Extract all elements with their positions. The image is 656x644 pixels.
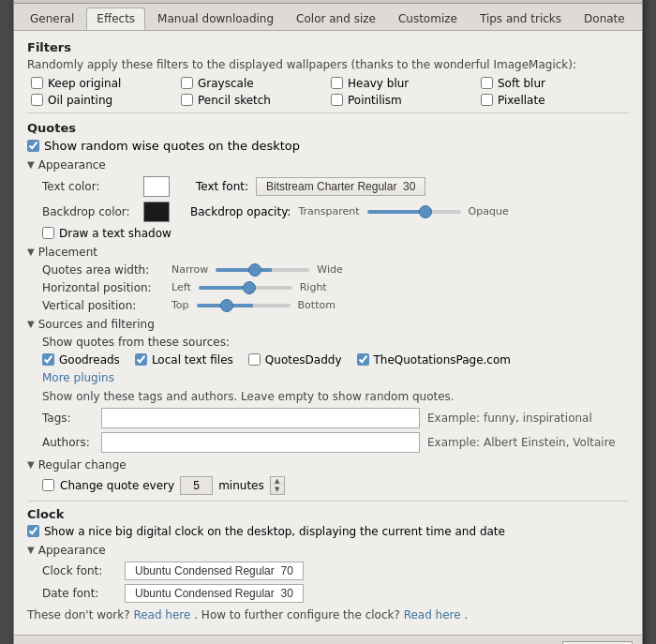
content-area: Filters Randomly apply these filters to … bbox=[14, 31, 642, 635]
show-quotes-label: Show random wise quotes on the desktop bbox=[44, 139, 300, 153]
source-quotations-label: TheQuotationsPage.com bbox=[374, 353, 512, 367]
tab-manual-downloading[interactable]: Manual downloading bbox=[147, 7, 284, 30]
filter-heavy-blur-label: Heavy blur bbox=[348, 77, 409, 90]
filter-pointilism: Pointilism bbox=[331, 94, 481, 107]
filter-pixellate-checkbox[interactable] bbox=[481, 94, 493, 106]
appearance-arrow: ▼ bbox=[27, 159, 35, 170]
clock-font-name: Ubuntu Condensed Regular bbox=[135, 564, 275, 577]
backdrop-row: Backdrop color: Backdrop opacity: Transp… bbox=[42, 202, 629, 222]
filter-grayscale: Grayscale bbox=[181, 77, 331, 90]
text-shadow-row: Draw a text shadow bbox=[42, 227, 629, 240]
filter-grayscale-label: Grayscale bbox=[198, 77, 254, 90]
font-size: 30 bbox=[403, 180, 415, 193]
regular-change-arrow: ▼ bbox=[27, 459, 35, 470]
clock-read-here-link-1[interactable]: Read here bbox=[133, 608, 190, 622]
show-quotes-checkbox[interactable] bbox=[27, 140, 39, 152]
backdrop-opacity-label: Backdrop opacity: bbox=[190, 205, 291, 218]
source-quotations-checkbox[interactable] bbox=[357, 353, 369, 366]
clock-help-end: . bbox=[465, 608, 469, 622]
appearance-subsection: Text color: Text font: Bitstream Charter… bbox=[27, 176, 629, 240]
clock-font-button[interactable]: Ubuntu Condensed Regular 70 bbox=[125, 562, 304, 580]
sources-arrow: ▼ bbox=[27, 319, 35, 329]
vpos-top-label: Top bbox=[171, 299, 189, 311]
tags-field-label: Tags: bbox=[42, 412, 94, 425]
filter-oil-painting-checkbox[interactable] bbox=[31, 94, 43, 106]
filter-grayscale-checkbox[interactable] bbox=[181, 77, 193, 89]
tab-general[interactable]: General bbox=[20, 7, 84, 30]
text-shadow-checkbox[interactable] bbox=[42, 227, 54, 239]
clock-section: Clock Show a nice big digital clock on t… bbox=[27, 507, 629, 622]
filter-pencil-sketch-label: Pencil sketch bbox=[198, 94, 271, 107]
tags-example: Example: funny, inspirational bbox=[427, 412, 592, 425]
filter-keep-original-label: Keep original bbox=[48, 77, 121, 90]
bottom-bar: ✕ Close bbox=[14, 635, 642, 645]
appearance-header[interactable]: ▼ Appearance bbox=[27, 158, 629, 172]
stepper-up[interactable]: ▲ bbox=[271, 477, 284, 486]
change-quote-checkbox[interactable] bbox=[42, 479, 54, 491]
close-button[interactable]: ✕ Close bbox=[562, 641, 633, 645]
placement-header[interactable]: ▼ Placement bbox=[27, 246, 629, 259]
opacity-slider[interactable] bbox=[367, 210, 461, 214]
filter-heavy-blur-checkbox[interactable] bbox=[331, 77, 343, 89]
tags-input[interactable] bbox=[101, 408, 420, 428]
regular-change-subsection: Change quote every minutes ▲ ▼ bbox=[27, 476, 629, 495]
tab-effects[interactable]: Effects bbox=[86, 7, 145, 30]
sources-header-label: Sources and filtering bbox=[38, 318, 155, 331]
tab-color-size[interactable]: Color and size bbox=[286, 7, 386, 30]
width-row: Quotes area width: Narrow Wide bbox=[42, 263, 629, 277]
vpos-slider[interactable] bbox=[197, 304, 291, 307]
show-clock-checkbox[interactable] bbox=[27, 525, 39, 537]
source-local-checkbox[interactable] bbox=[135, 353, 147, 366]
filter-heavy-blur: Heavy blur bbox=[331, 77, 481, 90]
show-clock-row: Show a nice big digital clock on the des… bbox=[27, 525, 629, 538]
clock-font-label: Clock font: bbox=[42, 564, 117, 577]
authors-input[interactable] bbox=[101, 432, 420, 453]
date-font-row: Date font: Ubuntu Condensed Regular 30 bbox=[42, 584, 629, 603]
filter-pixellate: Pixellate bbox=[481, 94, 631, 107]
backdrop-color-picker[interactable] bbox=[143, 202, 170, 222]
tab-donate[interactable]: Donate bbox=[574, 7, 635, 30]
source-goodreads-checkbox[interactable] bbox=[42, 353, 54, 366]
change-interval-input[interactable] bbox=[180, 476, 213, 495]
filter-soft-blur-checkbox[interactable] bbox=[481, 77, 493, 89]
filter-oil-painting-label: Oil painting bbox=[48, 94, 112, 107]
clock-appearance-header[interactable]: ▼ Appearance bbox=[27, 544, 629, 557]
interval-stepper[interactable]: ▲ ▼ bbox=[270, 476, 285, 495]
filters-section-label: Filters bbox=[27, 40, 629, 54]
date-font-size: 30 bbox=[280, 587, 292, 600]
clock-appearance-subsection: Clock font: Ubuntu Condensed Regular 70 … bbox=[27, 562, 629, 603]
source-goodreads: Goodreads bbox=[42, 353, 120, 367]
text-color-picker[interactable] bbox=[143, 176, 170, 197]
tab-customize[interactable]: Customize bbox=[388, 7, 468, 30]
authors-example: Example: Albert Einstein, Voltaire bbox=[427, 436, 616, 449]
opacity-opaque-label: Opaque bbox=[469, 205, 509, 217]
date-font-button[interactable]: Ubuntu Condensed Regular 30 bbox=[125, 584, 304, 603]
divider-1 bbox=[27, 112, 629, 113]
tags-row: Tags: Example: funny, inspirational bbox=[42, 408, 629, 428]
clock-read-here-link-2[interactable]: Read here bbox=[404, 608, 461, 622]
source-local-label: Local text files bbox=[152, 353, 233, 367]
vpos-label: Vertical position: bbox=[42, 299, 164, 312]
source-quotesdaddy-checkbox[interactable] bbox=[248, 353, 261, 366]
sources-header[interactable]: ▼ Sources and filtering bbox=[27, 318, 629, 331]
quotes-width-label: Quotes area width: bbox=[42, 263, 164, 277]
tab-bar: General Effects Manual downloading Color… bbox=[14, 4, 642, 31]
filter-pencil-sketch: Pencil sketch bbox=[181, 94, 331, 107]
tab-tips[interactable]: Tips and tricks bbox=[470, 7, 572, 30]
filter-pointilism-checkbox[interactable] bbox=[331, 94, 343, 106]
sources-subsection: Show quotes from these sources: Goodread… bbox=[27, 336, 629, 453]
hpos-slider[interactable] bbox=[199, 286, 292, 290]
filter-pencil-sketch-checkbox[interactable] bbox=[181, 94, 193, 106]
change-quote-row: Change quote every minutes ▲ ▼ bbox=[42, 476, 629, 495]
text-font-label: Text font: bbox=[196, 180, 248, 193]
text-font-button[interactable]: Bitstream Charter Regular 30 bbox=[256, 177, 425, 196]
text-color-row: Text color: Text font: Bitstream Charter… bbox=[42, 176, 629, 197]
stepper-down[interactable]: ▼ bbox=[271, 486, 284, 494]
clock-appearance-label: Appearance bbox=[38, 544, 106, 557]
hpos-left-label: Left bbox=[171, 281, 191, 293]
sources-checkboxes: Goodreads Local text files QuotesDaddy T… bbox=[42, 353, 629, 367]
filter-keep-original-checkbox[interactable] bbox=[31, 77, 43, 89]
width-slider[interactable] bbox=[216, 268, 309, 272]
regular-change-header[interactable]: ▼ Regular change bbox=[27, 458, 629, 472]
more-plugins-link[interactable]: More plugins bbox=[42, 371, 114, 384]
